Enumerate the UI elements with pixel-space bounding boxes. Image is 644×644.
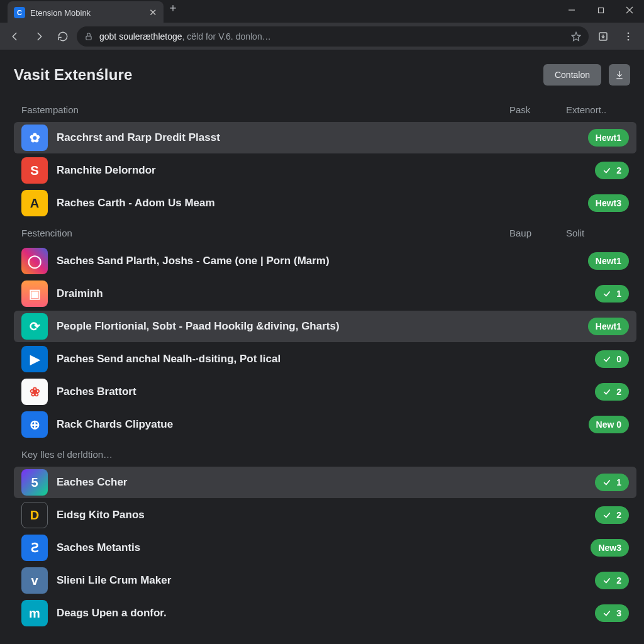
svg-rect-1 [598,8,603,13]
status-pill[interactable]: Hewt1 [588,318,629,335]
extension-row[interactable]: DEıdsg Kito Panos2 [14,499,636,531]
close-tab-icon[interactable]: ✕ [149,7,157,18]
forward-button[interactable] [29,26,49,47]
extension-status: Newt1 [566,252,629,270]
extension-row[interactable]: ▶Paches Send anchal Nealh-·dsiting, Pot … [14,343,636,375]
status-pill[interactable]: 0 [595,350,629,368]
extension-icon: v [21,567,48,594]
extension-status: 2 [566,506,629,524]
extension-title: Racchrst and Rarp Dredit Plasst [57,131,566,144]
status-pill[interactable]: New3 [591,539,629,557]
svg-point-8 [628,32,630,34]
extension-icon: m [21,600,48,626]
extension-status: New3 [566,539,629,557]
extension-status: 2 [566,162,629,179]
reload-button[interactable] [53,26,73,47]
extension-title: Paches Brattort [57,386,566,398]
extension-title: Raches Carth - Adom Us Meam [57,197,566,209]
extension-icon: ⟳ [21,313,48,340]
extension-icon: 5 [21,469,48,496]
extension-title: Eıdsg Kito Panos [57,509,566,521]
extension-row[interactable]: ▣Draiminh1 [14,278,636,309]
new-tab-button[interactable]: ＋ [164,0,182,15]
tab-title: Etension Mobink [30,8,144,18]
extension-row[interactable]: vSlieni Lile Crum Maker2 [14,565,636,596]
extension-row[interactable]: ⊕Rack Chards ClipyatueNew 0 [14,409,636,440]
col-mid: Pask [509,104,566,115]
back-button[interactable] [5,26,25,47]
extension-status: 1 [566,474,629,491]
status-pill[interactable]: 3 [595,604,629,622]
status-pill[interactable]: New 0 [589,416,629,433]
col-status: Solit [566,228,629,238]
col-status: Extenort.. [566,104,629,115]
close-window-button[interactable] [615,0,644,20]
section-header: FastempationPaskExtenort.. [14,97,636,122]
extension-icon: ◯ [21,248,48,274]
col-name: Festencition [21,228,509,238]
extension-icon: Ƨ [21,535,48,561]
extension-row[interactable]: ⟳People Flortionial, Sobt - Paad Hookilg… [14,311,636,342]
extensions-list[interactable]: FastempationPaskExtenort..✿Racchrst and … [0,97,644,643]
extension-icon: D [21,502,48,528]
window-controls [557,0,644,20]
extension-icon: S [21,157,48,184]
extension-row[interactable]: mDeags Upen a donfor.3 [14,597,636,629]
extension-row[interactable]: ƧSaches MetantisNew3 [14,532,636,564]
status-pill[interactable]: 2 [595,162,629,179]
extension-row[interactable]: ❀Paches Brattort2 [14,376,636,408]
primary-action-button[interactable]: Contalon [543,64,601,86]
extension-row[interactable]: SRanchite Delorndor2 [14,155,636,186]
extension-row[interactable]: ARaches Carth - Adom Us MeamHewt3 [14,187,636,219]
extension-icon: A [21,190,48,216]
extension-icon: ✿ [21,125,48,151]
extension-row[interactable]: ✿Racchrst and Rarp Dredit PlasstHewt1 [14,122,636,153]
col-mid: Baup [509,228,566,238]
col-name: Fastempation [21,104,509,115]
svg-point-9 [628,35,630,37]
extension-icon: ▣ [21,280,48,307]
download-button[interactable] [609,64,630,86]
extension-status: Hewt3 [566,194,629,212]
svg-rect-4 [86,36,91,40]
extension-title: Slieni Lile Crum Maker [57,574,566,587]
status-pill[interactable]: 1 [595,474,629,491]
minimize-button[interactable] [557,0,586,20]
extension-row[interactable]: 5Eaches Ccher1 [14,467,636,498]
extension-title: Eaches Ccher [57,476,566,489]
extension-title: Paches Send anchal Nealh-·dsiting, Pot l… [57,353,566,365]
status-pill[interactable]: 2 [595,383,629,401]
extension-status: 2 [566,383,629,401]
page-header: Vasit Extenślure Contalon [0,50,644,97]
menu-icon[interactable] [618,26,639,47]
extension-title: Saches Metantis [57,541,566,554]
status-pill[interactable]: 2 [595,506,629,524]
extension-title: Saches Sand Plarth, Joshs - Came (one | … [57,255,566,267]
address-bar[interactable]: gobt souleræthletoge, cëld for V.6. donl… [77,26,589,47]
install-icon[interactable] [592,26,614,47]
extension-status: 2 [566,572,629,589]
maximize-button[interactable] [586,0,615,20]
lock-icon [84,32,93,41]
browser-tab[interactable]: C Etension Mobink ✕ [8,1,164,24]
extension-row[interactable]: ◯Saches Sand Plarth, Joshs - Came (one |… [14,245,636,277]
window-titlebar: C Etension Mobink ✕ ＋ [0,0,644,23]
page-title: Vasit Extenślure [14,66,133,84]
section-header: Key lles el derldtion… [14,441,636,467]
status-pill[interactable]: 2 [595,572,629,589]
tab-favicon: C [14,7,25,18]
browser-toolbar: gobt souleræthletoge, cëld for V.6. donl… [0,23,644,50]
star-icon[interactable] [571,31,581,42]
status-pill[interactable]: Newt1 [588,252,629,270]
status-pill[interactable]: Hewt1 [588,129,629,147]
extension-status: Hewt1 [566,318,629,335]
svg-marker-5 [572,32,580,40]
extension-title: People Flortionial, Sobt - Paad Hookilg … [57,320,566,333]
extension-icon: ❀ [21,379,48,405]
extension-title: Rack Chards Clipyatue [57,418,566,431]
extension-icon: ▶ [21,346,48,372]
extension-status: 1 [566,285,629,303]
status-pill[interactable]: Hewt3 [588,194,629,212]
extension-status: Hewt1 [566,129,629,147]
status-pill[interactable]: 1 [595,285,629,303]
